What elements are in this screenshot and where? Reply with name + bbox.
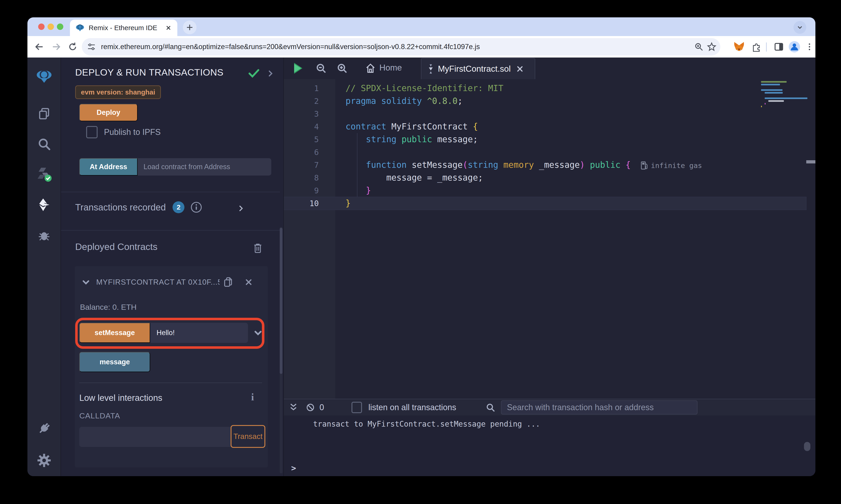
zoom-in-icon[interactable] — [334, 61, 350, 76]
contract-title: MYFIRSTCONTRACT AT 0X10F...5 — [96, 278, 220, 286]
panel-scrollbar[interactable] — [280, 227, 282, 473]
mac-minimize-button[interactable] — [48, 23, 54, 30]
code-line[interactable]: 7 function setMessage(string memory _mes… — [284, 159, 806, 172]
screen: Remix - Ethereum IDE remix.ethereum.org/… — [0, 0, 841, 504]
debugger-icon[interactable] — [36, 227, 53, 244]
tab-close-icon[interactable] — [165, 24, 172, 31]
transactions-recorded-row: Transactions recorded 2 — [75, 201, 202, 213]
publish-ipfs-checkbox[interactable] — [86, 126, 98, 138]
terminal-search-input[interactable] — [501, 400, 698, 415]
set-message-expand-chevron[interactable] — [254, 328, 262, 337]
settings-gear-icon[interactable] — [36, 452, 53, 469]
side-panel-icon[interactable] — [772, 40, 786, 54]
url-bar[interactable]: remix.ethereum.org/#lang=en&optimize=fal… — [82, 38, 720, 55]
solidity-file-icon — [427, 64, 434, 74]
extensions-puzzle-icon[interactable] — [749, 40, 763, 54]
at-address-button[interactable]: At Address — [79, 158, 138, 176]
code-line[interactable]: 3 — [284, 108, 806, 120]
solidity-compiler-icon[interactable] — [36, 165, 53, 182]
panel-expand-chevron[interactable] — [266, 69, 274, 78]
deployed-contracts-heading: Deployed Contracts — [75, 241, 157, 252]
panel-scrollbar-thumb[interactable] — [280, 228, 282, 374]
editor-scrollbar-thumb[interactable] — [806, 160, 816, 163]
code-line[interactable]: 4contract MyFirstContract { — [284, 120, 806, 133]
panel-title: DEPLOY & RUN TRANSACTIONS — [75, 67, 223, 78]
new-tab-button[interactable] — [183, 20, 196, 34]
editor-minimap[interactable] — [761, 81, 806, 396]
terminal-body[interactable]: transact to MyFirstContract.setMessage p… — [284, 415, 816, 476]
code-line[interactable]: 1// SPDX-License-Identifier: MIT — [284, 82, 806, 95]
calldata-input[interactable] — [79, 427, 231, 447]
code-line[interactable]: 2pragma solidity ^0.8.0; — [284, 95, 806, 108]
tab-search-button[interactable] — [793, 21, 806, 34]
site-settings-icon[interactable] — [85, 40, 98, 53]
terminal-collapse-icon[interactable] — [287, 401, 300, 414]
contract-collapse-chevron[interactable] — [82, 278, 90, 286]
code-line[interactable]: 8 message = _message; — [284, 172, 806, 184]
code-editor[interactable]: 1// SPDX-License-Identifier: MIT2pragma … — [284, 79, 816, 399]
deploy-run-icon[interactable] — [36, 196, 53, 213]
contract-card-header[interactable]: MYFIRSTCONTRACT AT 0X10F...5 — [75, 266, 268, 298]
low-level-info-icon[interactable]: i — [251, 391, 254, 403]
transactions-count-badge: 2 — [173, 201, 185, 213]
code-line[interactable]: 6 — [284, 146, 806, 159]
file-explorer-icon[interactable] — [36, 105, 53, 122]
transactions-expand-chevron[interactable] — [237, 204, 245, 212]
panel-divider — [61, 192, 280, 192]
run-script-icon[interactable] — [291, 61, 306, 76]
deploy-run-panel: DEPLOY & RUN TRANSACTIONS evm version: s… — [61, 57, 284, 476]
publish-ipfs-label: Publish to IPFS — [104, 127, 161, 137]
code-line[interactable]: 9 } — [284, 184, 806, 197]
low-level-heading: Low level interactions — [79, 393, 162, 403]
bookmark-star-icon[interactable] — [705, 40, 718, 53]
home-tab-label[interactable]: Home — [379, 63, 402, 73]
contract-balance: Balance: 0. ETH — [80, 303, 137, 311]
browser-menu-icon[interactable] — [803, 40, 816, 54]
panel-check-icon — [248, 69, 260, 78]
transactions-info-icon[interactable] — [190, 201, 202, 213]
url-text[interactable]: remix.ethereum.org/#lang=en&optimize=fal… — [101, 43, 692, 51]
code-line[interactable]: 5 string public message; — [284, 133, 806, 146]
terminal-prompt: > — [291, 463, 296, 473]
search-icon[interactable] — [36, 136, 53, 152]
profile-avatar[interactable] — [788, 40, 801, 54]
listen-checkbox[interactable] — [351, 402, 362, 413]
transactions-recorded-label: Transactions recorded — [75, 202, 166, 213]
zoom-out-icon[interactable] — [313, 61, 329, 76]
home-tab-icon[interactable] — [363, 61, 378, 76]
at-address-input[interactable] — [138, 158, 271, 176]
icon-sidebar — [28, 57, 61, 476]
browser-tab[interactable]: Remix - Ethereum IDE — [70, 20, 177, 36]
file-tab[interactable]: MyFirstContract.sol — [421, 58, 535, 79]
trash-icon[interactable] — [253, 242, 263, 254]
mac-zoom-button[interactable] — [57, 23, 63, 30]
file-tab-close-icon[interactable] — [516, 65, 524, 73]
editor-toolbar: Home MyFirstContract.sol — [284, 57, 816, 79]
copy-address-icon[interactable] — [223, 276, 233, 288]
transact-button[interactable]: Transact — [230, 425, 265, 448]
plugin-manager-icon[interactable] — [36, 420, 53, 437]
panel-divider2 — [61, 230, 280, 231]
deployed-contract-card: MYFIRSTCONTRACT AT 0X10F...5 Balance: 0.… — [75, 266, 268, 467]
back-icon[interactable] — [32, 40, 46, 54]
terminal-log-line: transact to MyFirstContract.setMessage p… — [313, 419, 540, 429]
code-line[interactable]: 10} — [284, 197, 806, 210]
terminal-scrollbar-thumb[interactable] — [804, 442, 810, 451]
message-button[interactable]: message — [79, 352, 150, 372]
metamask-extension-icon[interactable] — [732, 40, 746, 54]
file-tab-label: MyFirstContract.sol — [438, 64, 511, 74]
deploy-button[interactable]: Deploy — [79, 104, 138, 121]
tab-title: Remix - Ethereum IDE — [89, 24, 165, 32]
set-message-input[interactable] — [150, 323, 248, 343]
forward-icon[interactable] — [49, 40, 63, 54]
toolbar-divider — [766, 42, 767, 52]
reload-icon[interactable] — [66, 40, 80, 54]
zoom-page-icon[interactable] — [692, 40, 705, 53]
terminal-search-icon — [484, 401, 497, 414]
mac-close-button[interactable] — [38, 23, 45, 30]
remove-contract-icon[interactable] — [245, 278, 253, 286]
set-message-button[interactable]: setMessage — [79, 323, 150, 343]
pending-count: 0 — [320, 403, 324, 412]
clear-console-icon[interactable] — [304, 401, 317, 414]
remix-logo-icon[interactable] — [36, 68, 53, 85]
